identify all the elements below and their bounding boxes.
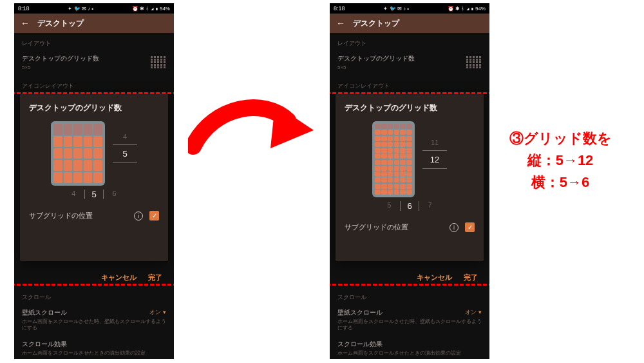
section-scroll: スクロール	[14, 287, 174, 304]
cols-picker[interactable]: 5 6 7	[345, 201, 475, 211]
row-grid-label: デスクトップのグリッド数	[337, 55, 415, 62]
row-grid-count[interactable]: デスクトップのグリッド数 5×5	[14, 50, 174, 75]
subgrid-checkbox[interactable]: ✓	[149, 211, 159, 221]
status-right-icons: ⏰ ✱ ᚼ ◢ ▮ 94%	[132, 6, 170, 12]
row-scroll-effect[interactable]: スクロール効果 ホーム画面をスクロールさせたときの演出効果の設定	[330, 336, 489, 359]
rows-picker[interactable]: 4 5	[113, 129, 137, 179]
grid-icon	[466, 56, 482, 68]
subgrid-row: サブグリッドの位置 i ✓	[29, 211, 159, 221]
row-wallpaper-scroll[interactable]: 壁紙スクロール オン ▾ ホーム画面をスクロールさせた時、壁紙もスクロールするよ…	[14, 304, 174, 336]
dialog-title: デスクトップのグリッド数	[29, 103, 159, 113]
section-layout: レイアウト	[14, 33, 174, 50]
info-icon[interactable]: i	[450, 223, 459, 232]
status-left-icons: ✦ 🐦 ✉ ♪ •	[68, 6, 93, 12]
section-scroll: スクロール	[330, 287, 489, 304]
cols-prev: 5	[387, 201, 391, 211]
grid-icon	[151, 56, 166, 68]
rows-prev: 4	[123, 129, 127, 144]
done-button[interactable]: 完了	[148, 273, 162, 282]
back-icon[interactable]: ←	[21, 18, 30, 28]
scroll-effect-title: スクロール効果	[22, 340, 67, 349]
grid-preview	[372, 121, 415, 197]
status-bar: 8:18 ✦ 🐦 ✉ ♪ • ⏰ ✱ ᚼ ◢ ▮ 94%	[14, 3, 174, 14]
rows-selected: 5	[113, 144, 137, 163]
row-scroll-effect[interactable]: スクロール効果 ホーム画面をスクロールさせたときの演出効果の設定	[14, 336, 174, 359]
caption-line2: 縦：5→12	[480, 150, 641, 172]
phone-after: 8:18 ✦ 🐦 ✉ ♪ • ⏰ ✱ ᚼ ◢ ▮ 94% ← デスクトップ レイ…	[330, 3, 489, 359]
status-bar: 8:18 ✦ 🐦 ✉ ♪ • ⏰ ✱ ᚼ ◢ ▮ 94%	[330, 3, 489, 14]
grid-dialog-after: デスクトップのグリッド数	[336, 93, 484, 261]
wallpaper-scroll-title: 壁紙スクロール	[337, 308, 383, 317]
section-iconlayout: アイコンレイアウト	[14, 75, 174, 93]
arrow-icon	[188, 85, 317, 175]
header-title: デスクトップ	[353, 18, 399, 29]
wallpaper-scroll-desc: ホーム画面をスクロールさせた時、壁紙もスクロールするようにする	[22, 319, 166, 332]
cols-picker[interactable]: 4 5 6	[29, 190, 159, 199]
cols-next: 6	[113, 190, 117, 199]
caption-line1: ③グリッド数を	[480, 128, 641, 150]
picker-area: 4 5	[29, 121, 159, 186]
section-iconlayout: アイコンレイアウト	[330, 75, 489, 93]
rows-selected: 12	[422, 150, 447, 169]
rows-picker[interactable]: 11 12	[422, 135, 447, 184]
annotation-caption: ③グリッド数を 縦：5→12 横：5→6	[480, 128, 641, 193]
dialog-buttons: キャンセル 完了	[405, 264, 489, 285]
grid-dialog-before: デスクトップのグリッド数 4 5 4 5 6	[20, 93, 168, 261]
phone-before: 8:18 ✦ 🐦 ✉ ♪ • ⏰ ✱ ᚼ ◢ ▮ 94% ← デスクトップ レイ…	[14, 3, 174, 359]
scroll-effect-desc: ホーム画面をスクロールさせたときの演出効果の設定	[337, 350, 482, 357]
stage: 8:18 ✦ 🐦 ✉ ♪ • ⏰ ✱ ᚼ ◢ ▮ 94% ← デスクトップ レイ…	[0, 0, 644, 363]
cancel-button[interactable]: キャンセル	[417, 273, 452, 282]
subgrid-label: サブグリッドの位置	[29, 211, 93, 221]
status-time: 8:18	[334, 5, 345, 12]
subgrid-checkbox[interactable]: ✓	[465, 222, 475, 232]
caption-line3: 横：5→6	[480, 172, 641, 193]
wallpaper-scroll-value[interactable]: オン ▾	[465, 308, 482, 317]
row-grid-count[interactable]: デスクトップのグリッド数 5×5	[330, 50, 489, 75]
section-layout: レイアウト	[330, 33, 489, 50]
wallpaper-scroll-title: 壁紙スクロール	[22, 308, 67, 317]
header-title: デスクトップ	[37, 18, 84, 29]
rows-next	[433, 169, 435, 184]
grid-preview	[51, 121, 105, 186]
subgrid-label: サブグリッドの位置	[345, 222, 408, 232]
cols-selected: 6	[400, 201, 419, 211]
subgrid-row: サブグリッドの位置 i ✓	[345, 222, 475, 232]
info-icon[interactable]: i	[134, 211, 143, 221]
cols-selected: 5	[84, 190, 103, 199]
row-grid-label: デスクトップのグリッド数	[22, 55, 99, 62]
dialog-title: デスクトップのグリッド数	[345, 103, 475, 113]
status-time: 8:18	[18, 5, 30, 12]
status-left-icons: ✦ 🐦 ✉ ♪ •	[383, 6, 409, 12]
cols-next: 7	[428, 201, 432, 211]
cancel-button[interactable]: キャンセル	[101, 273, 137, 282]
app-header: ← デスクトップ	[330, 14, 489, 33]
done-button[interactable]: 完了	[464, 273, 478, 282]
scroll-effect-title: スクロール効果	[337, 340, 383, 349]
rows-next	[124, 163, 126, 179]
scroll-effect-desc: ホーム画面をスクロールさせたときの演出効果の設定	[22, 350, 166, 357]
row-wallpaper-scroll[interactable]: 壁紙スクロール オン ▾ ホーム画面をスクロールさせた時、壁紙もスクロールするよ…	[330, 304, 489, 336]
rows-prev: 11	[431, 135, 439, 150]
picker-area: 11 12	[345, 121, 475, 197]
row-grid-sub: 5×5	[22, 64, 99, 70]
back-icon[interactable]: ←	[336, 18, 345, 28]
wallpaper-scroll-desc: ホーム画面をスクロールさせた時、壁紙もスクロールするようにする	[337, 319, 482, 332]
cols-prev: 4	[71, 190, 75, 199]
dialog-buttons: キャンセル 完了	[90, 264, 174, 285]
row-grid-sub: 5×5	[337, 64, 415, 70]
status-right-icons: ⏰ ✱ ᚼ ◢ ▮ 94%	[448, 6, 486, 12]
wallpaper-scroll-value[interactable]: オン ▾	[149, 308, 166, 317]
app-header: ← デスクトップ	[14, 14, 174, 33]
